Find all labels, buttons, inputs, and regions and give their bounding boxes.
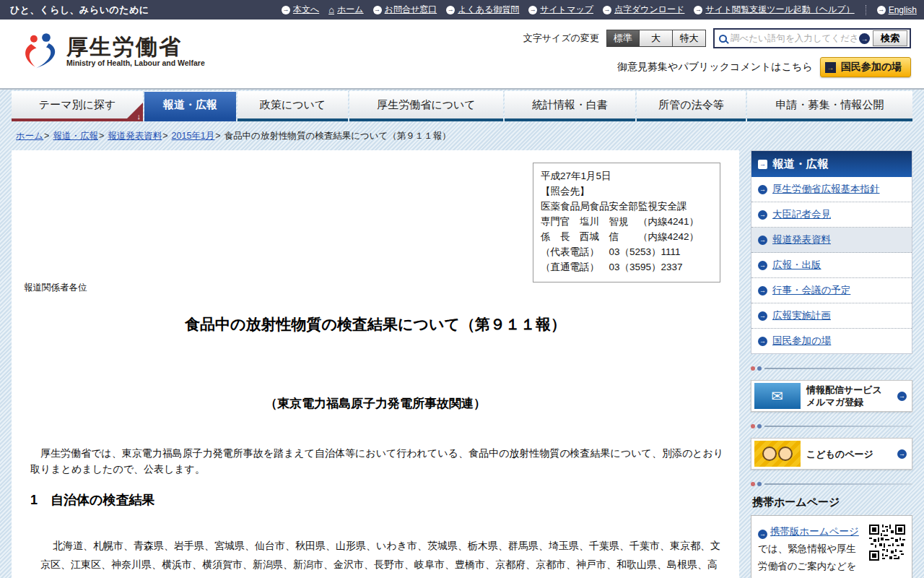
contact-info-box: 平成27年1月5日 【照会先】 医薬食品局食品安全部監視安全課 専門官 塩川 智… bbox=[533, 163, 720, 282]
lead-paragraph: 厚生労働省では、東京電力福島原子力発電所事故を踏まえて自治体等において行われてい… bbox=[12, 445, 739, 477]
arrow-circle-icon bbox=[897, 449, 907, 459]
site-search: 検索 bbox=[713, 28, 911, 48]
arrow-circle-icon bbox=[446, 6, 455, 14]
separator-line bbox=[764, 483, 912, 485]
header-tools: 文字サイズの変更 標準 大 特大 検索 bbox=[523, 28, 911, 48]
arrow-circle-icon bbox=[877, 6, 886, 14]
mobile-homepage-box: 携帯版ホームページでは、緊急情報や厚生労働省のご案内などを掲載しています。 bbox=[751, 515, 912, 578]
link-home[interactable]: ホーム bbox=[328, 4, 363, 16]
red-dot bbox=[751, 366, 755, 371]
arrow-circle-icon bbox=[758, 337, 767, 346]
font-size-standard-button[interactable]: 標準 bbox=[606, 30, 640, 47]
sidebar-separator bbox=[751, 424, 912, 428]
site-header: 厚生労働省 Ministry of Health, Labour and Wel… bbox=[0, 20, 924, 88]
arrow-circle-icon bbox=[694, 6, 702, 14]
section1-heading: 1 自治体の検査結果 bbox=[12, 491, 739, 509]
envelope-icon: ✉ bbox=[754, 383, 801, 409]
link-braille-download[interactable]: 点字ダウンロード bbox=[603, 4, 684, 16]
arrow-circle-icon bbox=[758, 210, 767, 220]
red-dot bbox=[751, 424, 755, 428]
public-comment-row: 御意見募集やパブリックコメントはこちら 国民参加の場 bbox=[617, 57, 911, 77]
sidebar-nav: 報道・広報 厚生労働省広報基本指針 大臣記者会見 報道発表資料 広報・出版 行事… bbox=[751, 150, 912, 354]
logo-text: 厚生労働省 Ministry of Health, Labour and Wel… bbox=[66, 35, 205, 67]
search-button[interactable]: 検索 bbox=[873, 30, 907, 46]
page-title: 食品中の放射性物質の検査結果について（第９１１報） bbox=[12, 314, 739, 335]
mobile-homepage-link[interactable]: 携帯版ホームページ bbox=[770, 526, 859, 537]
tab-applications-disclosure[interactable]: 申請・募集・情報公開 bbox=[747, 91, 912, 121]
font-size-xlarge-button[interactable]: 特大 bbox=[673, 30, 706, 47]
qr-code bbox=[869, 525, 905, 561]
mhlw-logo[interactable]: 厚生労働省 Ministry of Health, Labour and Wel… bbox=[20, 31, 205, 70]
logo-title: 厚生労働省 bbox=[66, 35, 205, 59]
arrow-circle-icon bbox=[758, 236, 767, 245]
arrow-circle-icon bbox=[758, 311, 767, 321]
tab-search-by-theme[interactable]: テーマ別に探す ↓ bbox=[12, 91, 143, 121]
arrow-circle-icon bbox=[758, 530, 767, 539]
content-area: 平成27年1月5日 【照会先】 医薬食品局食品安全部監視安全課 専門官 塩川 智… bbox=[0, 150, 924, 578]
link-accessibility-tool[interactable]: サイト閲覧支援ツール起動（ヘルプ） bbox=[694, 4, 854, 16]
arrow-circle-icon bbox=[758, 185, 767, 194]
mhlw-logo-mark bbox=[20, 31, 59, 70]
blue-dot bbox=[757, 424, 762, 428]
breadcrumb-current-page: 食品中の放射性物質の検査結果について（第９１１報） bbox=[225, 130, 451, 142]
sidebar-item-events-schedule[interactable]: 行事・会議の予定 bbox=[751, 278, 912, 303]
sidebar-nav-header: 報道・広報 bbox=[751, 151, 912, 177]
red-dot bbox=[751, 482, 755, 486]
mailmag-banner-label: 情報配信サービス メルマガ登録 bbox=[806, 384, 882, 408]
arrow-square-icon bbox=[758, 160, 767, 169]
arrow-circle-icon bbox=[373, 6, 382, 14]
tab-press-pr[interactable]: 報道・広報 bbox=[144, 91, 236, 121]
font-size-label: 文字サイズの変更 bbox=[523, 32, 599, 45]
tab-laws[interactable]: 所管の法令等 bbox=[637, 91, 746, 121]
breadcrumb-press-releases[interactable]: 報道発表資料 bbox=[108, 130, 162, 142]
sidebar-item-pr-publishing[interactable]: 広報・出版 bbox=[751, 253, 912, 278]
blue-dot bbox=[757, 366, 762, 371]
mobile-homepage-heading: 携帯ホームページ bbox=[752, 496, 912, 509]
search-input[interactable] bbox=[731, 33, 859, 43]
search-icon bbox=[719, 35, 727, 43]
sidebar-item-pr-policy[interactable]: 厚生労働省広報基本指針 bbox=[751, 177, 912, 202]
kids-banner-label: こどものページ bbox=[806, 448, 873, 460]
section1-body: 北海道、札幌市、青森県、岩手県、宮城県、仙台市、秋田県、山形県、いわき市、茨城県… bbox=[12, 536, 739, 578]
separator-line bbox=[764, 426, 912, 427]
mailmag-banner[interactable]: ✉ 情報配信サービス メルマガ登録 bbox=[751, 380, 912, 412]
sidebar-separator bbox=[751, 482, 912, 486]
breadcrumb-2015-jan[interactable]: 2015年1月 bbox=[172, 130, 215, 142]
arrow-circle-icon bbox=[528, 6, 537, 14]
sidebar-item-minister-press[interactable]: 大臣記者会見 bbox=[751, 202, 912, 228]
breadcrumb: ホーム> 報道・広報> 報道発表資料> 2015年1月> 食品中の放射性物質の検… bbox=[0, 121, 924, 150]
link-to-content[interactable]: 本文へ bbox=[282, 4, 319, 16]
sidebar: 報道・広報 厚生労働省広報基本指針 大臣記者会見 報道発表資料 広報・出版 行事… bbox=[751, 150, 912, 578]
tab-policy[interactable]: 政策について bbox=[237, 91, 348, 121]
link-contact[interactable]: お問合せ窓口 bbox=[373, 4, 437, 16]
arrow-circle-icon bbox=[897, 392, 907, 401]
arrow-circle-icon bbox=[282, 6, 290, 14]
arrow-circle-icon bbox=[603, 6, 611, 14]
font-size-switcher: 標準 大 特大 bbox=[606, 30, 706, 47]
logo-subtitle: Ministry of Health, Labour and Welfare bbox=[66, 59, 205, 67]
search-go-icon bbox=[859, 33, 870, 44]
link-sitemap[interactable]: サイトマップ bbox=[528, 4, 593, 16]
kids-icon bbox=[754, 441, 801, 467]
tab-about-mhlw[interactable]: 厚生労働省について bbox=[349, 91, 503, 121]
page-subtitle: （東京電力福島原子力発電所事故関連） bbox=[12, 395, 739, 412]
kids-page-banner[interactable]: こどものページ bbox=[751, 438, 912, 470]
divider bbox=[866, 5, 866, 15]
sidebar-item-participation[interactable]: 国民参加の場 bbox=[751, 329, 912, 353]
font-size-large-button[interactable]: 大 bbox=[640, 30, 673, 47]
public-participation-button[interactable]: 国民参加の場 bbox=[820, 57, 911, 77]
sidebar-separator bbox=[751, 366, 912, 371]
topbar-links: 本文へ ホーム お問合せ窓口 よくある御質問 サイトマップ 点字ダウンロード サ… bbox=[282, 4, 917, 16]
breadcrumb-press-pr[interactable]: 報道・広報 bbox=[53, 130, 98, 142]
sidebar-item-pr-plan[interactable]: 広報実施計画 bbox=[751, 303, 912, 329]
tab-statistics-whitepaper[interactable]: 統計情報・白書 bbox=[505, 91, 635, 121]
contact-person-2: 係 長 西城 信 （内線4242） bbox=[541, 229, 714, 244]
mobile-homepage-text: では、緊急情報や厚生労働省のご案内などを掲載しています。 bbox=[758, 543, 857, 578]
contact-phone-direct: （直通電話） 03（3595）2337 bbox=[541, 259, 714, 275]
link-faq[interactable]: よくある御質問 bbox=[446, 4, 519, 16]
link-english[interactable]: English bbox=[877, 5, 917, 15]
article: 平成27年1月5日 【照会先】 医薬食品局食品安全部監視安全課 専門官 塩川 智… bbox=[12, 150, 739, 578]
contact-phone-main: （代表電話） 03（5253）1111 bbox=[541, 244, 714, 259]
breadcrumb-home[interactable]: ホーム bbox=[16, 130, 43, 142]
sidebar-item-press-releases[interactable]: 報道発表資料 bbox=[751, 228, 912, 253]
